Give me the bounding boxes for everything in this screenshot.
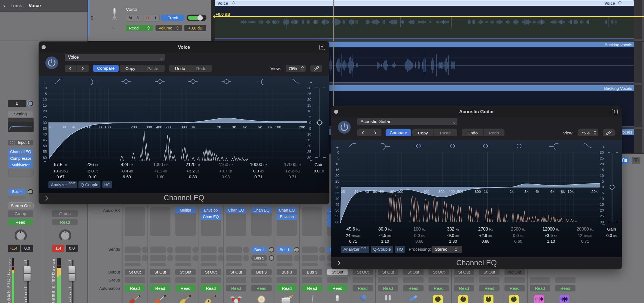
svg-text:300: 300 bbox=[146, 125, 152, 129]
svg-text:10: 10 bbox=[307, 109, 311, 113]
svg-text:4k: 4k bbox=[535, 190, 539, 194]
svg-text:30: 30 bbox=[335, 185, 339, 189]
svg-text:30: 30 bbox=[307, 86, 311, 90]
svg-text:30: 30 bbox=[43, 121, 47, 125]
svg-text:0: 0 bbox=[309, 121, 311, 125]
svg-text:25: 25 bbox=[307, 150, 311, 154]
svg-text:80: 80 bbox=[97, 125, 102, 129]
svg-text:0: 0 bbox=[45, 86, 47, 90]
svg-text:100: 100 bbox=[397, 190, 403, 194]
svg-text:15: 15 bbox=[335, 168, 339, 172]
svg-text:30: 30 bbox=[307, 156, 311, 160]
svg-text:30: 30 bbox=[600, 220, 604, 224]
svg-text:0: 0 bbox=[337, 150, 339, 155]
svg-text:40: 40 bbox=[43, 132, 47, 136]
svg-text:1k: 1k bbox=[484, 190, 488, 194]
svg-text:20: 20 bbox=[341, 190, 345, 194]
svg-text:20k: 20k bbox=[299, 125, 305, 129]
svg-text:50: 50 bbox=[373, 190, 377, 194]
svg-text:400: 400 bbox=[156, 125, 162, 129]
svg-text:+: + bbox=[336, 145, 339, 150]
svg-text:6k: 6k bbox=[258, 125, 262, 129]
svg-text:45: 45 bbox=[43, 138, 47, 142]
svg-text:200: 200 bbox=[423, 190, 430, 194]
svg-text:500: 500 bbox=[457, 190, 463, 194]
svg-text:5: 5 bbox=[602, 179, 604, 183]
svg-text:20: 20 bbox=[307, 144, 311, 148]
svg-text:5: 5 bbox=[602, 191, 604, 195]
svg-text:50: 50 bbox=[43, 144, 47, 148]
svg-text:50: 50 bbox=[335, 208, 339, 212]
svg-text:20: 20 bbox=[43, 109, 47, 113]
svg-text:30: 30 bbox=[600, 150, 604, 155]
svg-text:+: + bbox=[310, 80, 312, 85]
svg-text:100: 100 bbox=[105, 125, 111, 129]
svg-text:15: 15 bbox=[307, 103, 311, 107]
svg-text:5: 5 bbox=[309, 126, 311, 131]
svg-text:20: 20 bbox=[600, 208, 604, 212]
svg-text:30: 30 bbox=[62, 125, 66, 129]
svg-text:35: 35 bbox=[43, 126, 47, 131]
svg-text:800: 800 bbox=[182, 125, 189, 129]
svg-text:25: 25 bbox=[335, 179, 339, 183]
svg-text:25: 25 bbox=[307, 92, 311, 96]
svg-text:+: + bbox=[602, 144, 605, 149]
svg-text:3k: 3k bbox=[232, 125, 236, 129]
svg-text:10k: 10k bbox=[275, 125, 281, 129]
svg-text:200: 200 bbox=[131, 125, 137, 129]
svg-text:300: 300 bbox=[438, 190, 445, 194]
svg-text:800: 800 bbox=[475, 190, 481, 194]
svg-text:40: 40 bbox=[72, 125, 76, 129]
svg-text:55: 55 bbox=[335, 214, 339, 218]
svg-text:3k: 3k bbox=[525, 190, 529, 194]
svg-text:30: 30 bbox=[354, 190, 358, 194]
svg-text:25: 25 bbox=[43, 115, 47, 119]
svg-text:80: 80 bbox=[390, 190, 394, 194]
svg-text:20: 20 bbox=[307, 98, 311, 102]
svg-text:10: 10 bbox=[335, 162, 339, 166]
svg-text:+: + bbox=[44, 80, 46, 85]
svg-text:0: 0 bbox=[602, 185, 604, 189]
svg-text:1k: 1k bbox=[191, 125, 195, 129]
svg-text:10: 10 bbox=[600, 197, 604, 201]
svg-text:2k: 2k bbox=[217, 125, 221, 129]
svg-text:15: 15 bbox=[43, 103, 47, 107]
svg-text:50: 50 bbox=[80, 125, 84, 129]
svg-text:35: 35 bbox=[335, 191, 339, 195]
svg-text:20: 20 bbox=[600, 162, 604, 166]
svg-text:5: 5 bbox=[309, 115, 311, 119]
svg-text:25: 25 bbox=[600, 214, 604, 218]
svg-text:40: 40 bbox=[335, 197, 339, 201]
svg-text:5: 5 bbox=[45, 92, 47, 96]
svg-text:8k: 8k bbox=[268, 125, 272, 129]
svg-text:55: 55 bbox=[43, 150, 47, 154]
svg-text:4k: 4k bbox=[243, 125, 247, 129]
svg-text:10: 10 bbox=[600, 174, 604, 178]
svg-text:500: 500 bbox=[165, 125, 171, 129]
svg-text:15: 15 bbox=[600, 202, 604, 207]
svg-text:2k: 2k bbox=[510, 190, 514, 194]
svg-text:20: 20 bbox=[335, 174, 339, 178]
svg-text:10k: 10k bbox=[567, 190, 574, 194]
svg-text:15: 15 bbox=[600, 168, 604, 172]
svg-text:10: 10 bbox=[307, 132, 311, 136]
svg-text:60: 60 bbox=[87, 125, 91, 129]
svg-text:45: 45 bbox=[335, 202, 339, 207]
svg-text:5: 5 bbox=[337, 156, 339, 160]
svg-text:10: 10 bbox=[43, 98, 47, 102]
svg-text:20k: 20k bbox=[591, 190, 597, 194]
svg-text:400: 400 bbox=[449, 190, 455, 194]
svg-text:15: 15 bbox=[307, 138, 311, 142]
svg-text:60: 60 bbox=[380, 190, 384, 194]
svg-text:25: 25 bbox=[600, 156, 604, 160]
svg-text:20: 20 bbox=[48, 125, 52, 129]
svg-text:6k: 6k bbox=[550, 190, 555, 194]
svg-text:40: 40 bbox=[365, 190, 369, 194]
svg-text:8k: 8k bbox=[561, 190, 565, 194]
